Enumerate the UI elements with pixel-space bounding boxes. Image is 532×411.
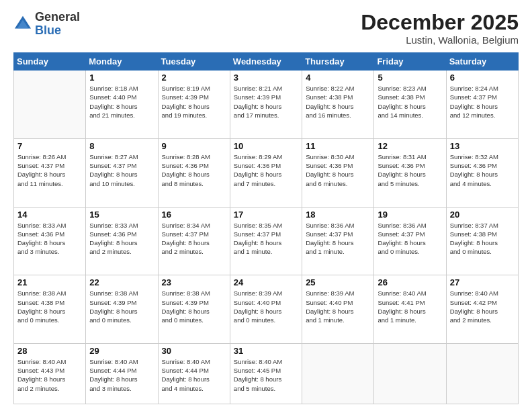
table-row: 26Sunrise: 8:40 AM Sunset: 4:41 PM Dayli… <box>374 275 446 344</box>
day-info: Sunrise: 8:34 AM Sunset: 4:37 PM Dayligh… <box>162 221 226 257</box>
table-row: 12Sunrise: 8:31 AM Sunset: 4:36 PM Dayli… <box>374 138 446 207</box>
logo-icon <box>13 15 32 34</box>
table-row: 6Sunrise: 8:24 AM Sunset: 4:37 PM Daylig… <box>446 71 518 139</box>
calendar-row: 14Sunrise: 8:33 AM Sunset: 4:36 PM Dayli… <box>14 207 519 275</box>
table-row: 13Sunrise: 8:32 AM Sunset: 4:36 PM Dayli… <box>446 138 518 207</box>
table-row: 14Sunrise: 8:33 AM Sunset: 4:36 PM Dayli… <box>14 207 86 275</box>
day-number: 23 <box>162 277 226 287</box>
table-row: 18Sunrise: 8:36 AM Sunset: 4:37 PM Dayli… <box>302 207 374 275</box>
day-number: 30 <box>162 346 226 356</box>
location: Lustin, Wallonia, Belgium <box>361 34 519 46</box>
table-row <box>14 71 86 139</box>
table-row <box>446 343 518 404</box>
day-info: Sunrise: 8:38 AM Sunset: 4:39 PM Dayligh… <box>162 289 226 324</box>
day-number: 29 <box>89 346 154 356</box>
table-row: 3Sunrise: 8:21 AM Sunset: 4:39 PM Daylig… <box>230 71 302 139</box>
month-title: December 2025 <box>361 11 519 34</box>
day-info: Sunrise: 8:22 AM Sunset: 4:38 PM Dayligh… <box>306 84 370 120</box>
day-info: Sunrise: 8:18 AM Sunset: 4:40 PM Dayligh… <box>89 84 154 120</box>
table-row <box>374 343 446 404</box>
day-info: Sunrise: 8:40 AM Sunset: 4:43 PM Dayligh… <box>17 357 82 393</box>
header-monday: Monday <box>86 53 158 71</box>
table-row: 17Sunrise: 8:35 AM Sunset: 4:37 PM Dayli… <box>230 207 302 275</box>
day-info: Sunrise: 8:36 AM Sunset: 4:37 PM Dayligh… <box>306 221 370 257</box>
table-row: 1Sunrise: 8:18 AM Sunset: 4:40 PM Daylig… <box>86 71 158 139</box>
day-number: 27 <box>450 277 515 287</box>
day-number: 6 <box>450 73 515 83</box>
table-row: 28Sunrise: 8:40 AM Sunset: 4:43 PM Dayli… <box>14 343 86 404</box>
table-row: 15Sunrise: 8:33 AM Sunset: 4:36 PM Dayli… <box>86 207 158 275</box>
day-info: Sunrise: 8:26 AM Sunset: 4:37 PM Dayligh… <box>17 152 82 188</box>
table-row: 2Sunrise: 8:19 AM Sunset: 4:39 PM Daylig… <box>158 71 230 139</box>
day-info: Sunrise: 8:33 AM Sunset: 4:36 PM Dayligh… <box>89 221 154 257</box>
day-number: 2 <box>162 73 226 83</box>
day-info: Sunrise: 8:38 AM Sunset: 4:39 PM Dayligh… <box>89 289 154 324</box>
logo-blue: Blue <box>35 24 61 37</box>
day-number: 1 <box>89 73 154 83</box>
day-info: Sunrise: 8:29 AM Sunset: 4:36 PM Dayligh… <box>234 152 298 188</box>
day-number: 15 <box>89 210 154 220</box>
day-number: 22 <box>89 277 154 287</box>
day-info: Sunrise: 8:27 AM Sunset: 4:37 PM Dayligh… <box>89 152 154 188</box>
day-number: 9 <box>162 141 226 151</box>
calendar-row: 28Sunrise: 8:40 AM Sunset: 4:43 PM Dayli… <box>14 343 519 404</box>
table-row: 29Sunrise: 8:40 AM Sunset: 4:44 PM Dayli… <box>86 343 158 404</box>
header-sunday: Sunday <box>14 53 86 71</box>
weekday-header-row: Sunday Monday Tuesday Wednesday Thursday… <box>14 53 519 71</box>
title-block: December 2025 Lustin, Wallonia, Belgium <box>361 11 519 46</box>
header-thursday: Thursday <box>302 53 374 71</box>
table-row: 31Sunrise: 8:40 AM Sunset: 4:45 PM Dayli… <box>230 343 302 404</box>
day-number: 11 <box>306 141 370 151</box>
day-number: 19 <box>378 210 442 220</box>
table-row: 9Sunrise: 8:28 AM Sunset: 4:36 PM Daylig… <box>158 138 230 207</box>
day-info: Sunrise: 8:40 AM Sunset: 4:44 PM Dayligh… <box>162 357 226 393</box>
day-number: 14 <box>17 210 82 220</box>
day-number: 12 <box>378 141 442 151</box>
day-info: Sunrise: 8:40 AM Sunset: 4:42 PM Dayligh… <box>450 289 515 324</box>
day-number: 10 <box>234 141 298 151</box>
day-info: Sunrise: 8:33 AM Sunset: 4:36 PM Dayligh… <box>17 221 82 257</box>
day-info: Sunrise: 8:36 AM Sunset: 4:37 PM Dayligh… <box>378 221 442 257</box>
table-row: 7Sunrise: 8:26 AM Sunset: 4:37 PM Daylig… <box>14 138 86 207</box>
day-number: 18 <box>306 210 370 220</box>
day-number: 20 <box>450 210 515 220</box>
day-number: 4 <box>306 73 370 83</box>
header-wednesday: Wednesday <box>230 53 302 71</box>
day-number: 25 <box>306 277 370 287</box>
day-info: Sunrise: 8:39 AM Sunset: 4:40 PM Dayligh… <box>234 289 298 324</box>
day-info: Sunrise: 8:39 AM Sunset: 4:40 PM Dayligh… <box>306 289 370 324</box>
day-number: 26 <box>378 277 442 287</box>
calendar-table: Sunday Monday Tuesday Wednesday Thursday… <box>13 52 519 404</box>
table-row: 11Sunrise: 8:30 AM Sunset: 4:36 PM Dayli… <box>302 138 374 207</box>
day-number: 24 <box>234 277 298 287</box>
table-row: 27Sunrise: 8:40 AM Sunset: 4:42 PM Dayli… <box>446 275 518 344</box>
day-info: Sunrise: 8:40 AM Sunset: 4:45 PM Dayligh… <box>234 357 298 393</box>
calendar-row: 7Sunrise: 8:26 AM Sunset: 4:37 PM Daylig… <box>14 138 519 207</box>
header: General Blue December 2025 Lustin, Wallo… <box>13 11 519 46</box>
day-info: Sunrise: 8:30 AM Sunset: 4:36 PM Dayligh… <box>306 152 370 188</box>
day-info: Sunrise: 8:40 AM Sunset: 4:44 PM Dayligh… <box>89 357 154 393</box>
day-number: 5 <box>378 73 442 83</box>
table-row <box>302 343 374 404</box>
day-number: 3 <box>234 73 298 83</box>
logo-general: General <box>35 10 80 24</box>
day-number: 17 <box>234 210 298 220</box>
table-row: 30Sunrise: 8:40 AM Sunset: 4:44 PM Dayli… <box>158 343 230 404</box>
day-number: 8 <box>89 141 154 151</box>
logo-text: General Blue <box>35 11 80 38</box>
table-row: 22Sunrise: 8:38 AM Sunset: 4:39 PM Dayli… <box>86 275 158 344</box>
day-info: Sunrise: 8:21 AM Sunset: 4:39 PM Dayligh… <box>234 84 298 120</box>
header-friday: Friday <box>374 53 446 71</box>
table-row: 23Sunrise: 8:38 AM Sunset: 4:39 PM Dayli… <box>158 275 230 344</box>
table-row: 20Sunrise: 8:37 AM Sunset: 4:38 PM Dayli… <box>446 207 518 275</box>
table-row: 10Sunrise: 8:29 AM Sunset: 4:36 PM Dayli… <box>230 138 302 207</box>
table-row: 24Sunrise: 8:39 AM Sunset: 4:40 PM Dayli… <box>230 275 302 344</box>
day-info: Sunrise: 8:37 AM Sunset: 4:38 PM Dayligh… <box>450 221 515 257</box>
day-info: Sunrise: 8:19 AM Sunset: 4:39 PM Dayligh… <box>162 84 226 120</box>
header-saturday: Saturday <box>446 53 518 71</box>
calendar-row: 21Sunrise: 8:38 AM Sunset: 4:38 PM Dayli… <box>14 275 519 344</box>
table-row: 8Sunrise: 8:27 AM Sunset: 4:37 PM Daylig… <box>86 138 158 207</box>
day-number: 31 <box>234 346 298 356</box>
day-number: 28 <box>17 346 82 356</box>
table-row: 5Sunrise: 8:23 AM Sunset: 4:38 PM Daylig… <box>374 71 446 139</box>
